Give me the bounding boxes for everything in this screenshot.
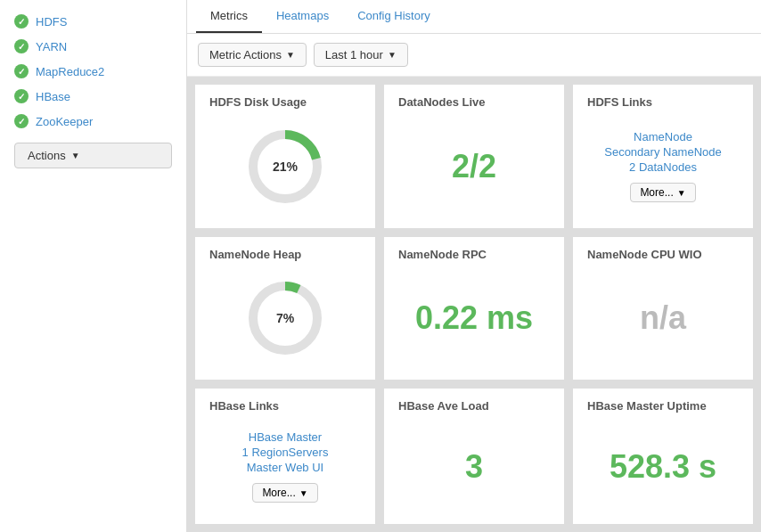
metric-content: 2/2 [398, 116, 550, 217]
more-caret-icon: ▼ [677, 188, 686, 198]
check-icon-mapreduce2 [14, 64, 29, 78]
metric-title: NameNode CPU WIO [587, 248, 702, 261]
metric-title: DataNodes Live [398, 95, 486, 109]
sidebar-label-hdfs: HDFS [36, 15, 67, 29]
sidebar-label-zookeeper: ZooKeeper [36, 115, 93, 128]
metric-link[interactable]: NameNode [634, 130, 692, 143]
metric-link[interactable]: 2 DataNodes [629, 160, 697, 174]
main-content: Metrics Heatmaps Config History Metric A… [187, 0, 761, 532]
metric-content: HBase Master1 RegionServersMaster Web UI… [209, 420, 361, 513]
metric-actions-caret-icon: ▼ [286, 50, 295, 60]
time-range-button[interactable]: Last 1 hour ▼ [314, 43, 408, 67]
donut-chart: 7% [245, 278, 325, 358]
more-label: More... [262, 487, 295, 499]
tab-metrics[interactable]: Metrics [196, 0, 262, 33]
metric-title: NameNode Heap [209, 248, 301, 261]
donut-chart: 21% [245, 127, 325, 207]
sidebar-item-hbase[interactable]: HBase [0, 84, 186, 109]
links-content: NameNodeSecondary NameNode2 DataNodesMor… [587, 130, 739, 202]
metric-value: 3 [465, 448, 483, 486]
tab-heatmaps[interactable]: Heatmaps [262, 0, 343, 33]
actions-label: Actions [28, 149, 66, 162]
check-icon-hbase [14, 89, 29, 103]
metric-title: HBase Links [209, 399, 279, 413]
actions-caret-icon: ▼ [71, 151, 80, 160]
metric-value: 528.3 s [610, 448, 716, 486]
metric-link[interactable]: Master Web UI [247, 461, 323, 474]
donut-label: 21% [273, 160, 298, 174]
metrics-grid: HDFS Disk Usage 21% DataNodes Live2/2HDF… [187, 77, 761, 532]
more-button[interactable]: More...▼ [252, 483, 317, 503]
metric-actions-button[interactable]: Metric Actions ▼ [198, 43, 307, 67]
sidebar-items: HDFSYARNMapReduce2HBaseZooKeeper [0, 9, 186, 134]
sidebar-item-yarn[interactable]: YARN [0, 34, 186, 59]
metric-title: HDFS Disk Usage [209, 95, 307, 109]
tab-config-history[interactable]: Config History [343, 0, 445, 33]
metric-value-na: n/a [640, 299, 686, 337]
more-label: More... [640, 186, 673, 199]
metric-link[interactable]: 1 RegionServers [242, 446, 329, 459]
metric-card-datanodes-live: DataNodes Live2/2 [383, 84, 565, 229]
time-range-caret-icon: ▼ [388, 50, 397, 60]
metric-link[interactable]: Secondary NameNode [604, 145, 722, 159]
metric-content: 21% [209, 116, 361, 217]
more-button[interactable]: More...▼ [630, 183, 695, 202]
actions-button[interactable]: Actions ▼ [14, 143, 172, 168]
sidebar-item-mapreduce2[interactable]: MapReduce2 [0, 59, 186, 84]
metric-content: 0.22 ms [398, 268, 550, 370]
metric-title: HBase Master Uptime [587, 399, 707, 413]
metric-title: NameNode RPC [398, 248, 487, 261]
sidebar-item-hdfs[interactable]: HDFS [0, 9, 186, 34]
sidebar-label-mapreduce2: MapReduce2 [36, 65, 104, 78]
check-icon-zookeeper [14, 114, 29, 128]
metric-link[interactable]: HBase Master [249, 430, 322, 444]
metric-content: 7% [209, 268, 361, 370]
check-icon-hdfs [14, 14, 29, 29]
metric-content: 3 [398, 420, 550, 513]
metric-title: HBase Ave Load [398, 399, 489, 413]
metric-card-hbase-master-uptime: HBase Master Uptime528.3 s [572, 388, 754, 525]
metric-card-hbase-ave-load: HBase Ave Load3 [383, 388, 565, 525]
time-range-label: Last 1 hour [325, 48, 383, 61]
metric-content: NameNodeSecondary NameNode2 DataNodesMor… [587, 116, 739, 217]
more-caret-icon: ▼ [299, 488, 308, 498]
donut-label: 7% [276, 311, 294, 325]
metric-card-hdfs-links: HDFS LinksNameNodeSecondary NameNode2 Da… [572, 84, 754, 229]
sidebar-label-hbase: HBase [36, 90, 70, 103]
sidebar-item-zookeeper[interactable]: ZooKeeper [0, 109, 186, 134]
metric-title: HDFS Links [587, 95, 652, 109]
metric-card-namenode-heap: NameNode Heap 7% [194, 236, 376, 381]
metric-content: 528.3 s [587, 420, 739, 513]
toolbar: Metric Actions ▼ Last 1 hour ▼ [187, 34, 761, 77]
metric-content: n/a [587, 268, 739, 370]
metric-actions-label: Metric Actions [209, 48, 282, 61]
links-content: HBase Master1 RegionServersMaster Web UI… [209, 430, 361, 503]
metric-card-namenode-rpc: NameNode RPC0.22 ms [383, 236, 565, 381]
metric-card-namenode-cpu-wio: NameNode CPU WIOn/a [572, 236, 754, 381]
metric-value: 0.22 ms [415, 299, 533, 337]
tabs-bar: Metrics Heatmaps Config History [187, 0, 761, 34]
metric-card-hdfs-disk-usage: HDFS Disk Usage 21% [194, 84, 376, 229]
sidebar-label-yarn: YARN [36, 40, 67, 53]
metric-value: 2/2 [452, 148, 496, 185]
sidebar: HDFSYARNMapReduce2HBaseZooKeeper Actions… [0, 0, 187, 532]
check-icon-yarn [14, 39, 29, 53]
metric-card-hbase-links: HBase LinksHBase Master1 RegionServersMa… [194, 388, 376, 525]
